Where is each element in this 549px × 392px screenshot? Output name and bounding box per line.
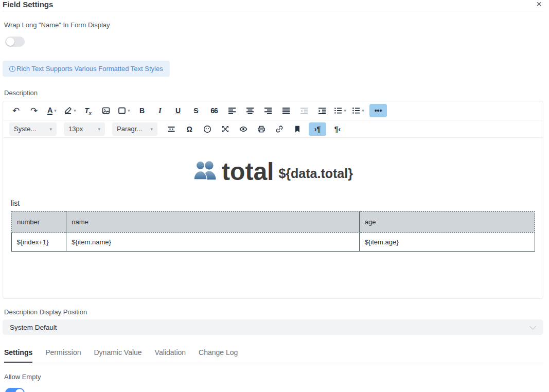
table-header-number[interactable]: number — [11, 211, 66, 233]
highlight-color-button[interactable]: ▾ — [63, 104, 77, 117]
display-position-label: Description Display Position — [4, 308, 543, 316]
table-header-age[interactable]: age — [359, 211, 535, 233]
font-size-value: 13px — [68, 125, 83, 133]
close-icon[interactable]: × — [536, 0, 542, 8]
allow-empty-toggle[interactable] — [5, 388, 25, 392]
font-color-button[interactable]: A▾ — [45, 104, 59, 117]
tab-permission[interactable]: Permission — [45, 348, 81, 363]
table-icon — [118, 106, 126, 115]
print-icon[interactable] — [255, 122, 268, 136]
bookmark-icon[interactable] — [291, 122, 304, 136]
toolbar-row-1: ↶ ↷ A▾ ▾ Tx ▾ B I U S 66 — [3, 101, 543, 120]
wrap-long-name-toggle[interactable] — [5, 37, 25, 47]
heading-word: total — [222, 161, 274, 183]
rich-text-editor: ↶ ↷ A▾ ▾ Tx ▾ B I U S 66 — [3, 101, 543, 299]
italic-icon[interactable]: I — [153, 104, 167, 117]
rtl-paragraph-icon[interactable]: ¶‹ — [331, 122, 344, 136]
table-cell-name[interactable]: ${item.name} — [66, 233, 360, 252]
chevron-down-icon: ▾ — [49, 127, 52, 132]
insert-table-button[interactable]: ▾ — [117, 104, 131, 117]
chevron-down-icon: ▾ — [74, 108, 76, 113]
page-title: Field Settings — [3, 0, 53, 9]
special-character-icon[interactable]: Ω — [183, 122, 196, 136]
list-label: list — [11, 199, 535, 207]
outdent-icon[interactable] — [297, 104, 311, 117]
info-banner-text: Rich Text Supports Various Formatted Tex… — [16, 65, 163, 73]
fullscreen-icon[interactable] — [219, 122, 232, 136]
clear-format-x: x — [89, 111, 92, 116]
table-header-name[interactable]: name — [66, 211, 360, 233]
wrap-long-name-label: Wrap Long "Name" In Form Display — [4, 21, 543, 29]
table-header-row[interactable]: number name age — [11, 211, 535, 233]
redo-icon[interactable]: ↷ — [27, 104, 41, 117]
editor-content-area[interactable]: total ${data.total} list number name age… — [3, 153, 543, 298]
chevron-down-icon: ▾ — [150, 127, 153, 132]
page-break-icon[interactable] — [165, 122, 178, 136]
table-cell-index[interactable]: ${index+1} — [11, 233, 66, 252]
description-label: Description — [4, 89, 543, 97]
ltr-paragraph-icon[interactable]: ›¶ — [309, 122, 326, 136]
info-icon: i — [9, 66, 15, 72]
chevron-down-icon: ▾ — [54, 108, 57, 113]
clear-format-t: T — [84, 106, 89, 115]
blockquote-icon[interactable]: 66 — [207, 104, 221, 117]
undo-icon[interactable]: ↶ — [9, 104, 23, 117]
font-family-value: Syste... — [14, 125, 36, 133]
link-icon[interactable] — [273, 122, 286, 136]
allow-empty-label: Allow Empty — [4, 373, 543, 381]
ordered-list-icon — [334, 106, 342, 115]
more-tools-button[interactable]: ••• — [369, 104, 387, 117]
editor-heading: total ${data.total} — [11, 153, 535, 183]
tab-dynamic-value[interactable]: Dynamic Value — [94, 348, 141, 363]
toolbar-row-2: Syste...▾ 13px▾ Paragr...▾ Ω — [3, 120, 543, 138]
ordered-list-button[interactable]: ▾ — [333, 104, 347, 117]
chevron-down-icon: ▾ — [362, 108, 364, 113]
unordered-list-button[interactable]: ▾ — [351, 104, 365, 117]
unordered-list-icon — [352, 106, 360, 115]
align-center-icon[interactable] — [243, 104, 257, 117]
underline-icon[interactable]: U — [171, 104, 185, 117]
rich-text-info-banner: i Rich Text Supports Various Formatted T… — [3, 61, 170, 77]
chevron-down-icon: ▾ — [128, 108, 130, 113]
chevron-down-icon: ▾ — [98, 127, 100, 132]
align-right-icon[interactable] — [261, 104, 275, 117]
tab-settings[interactable]: Settings — [4, 348, 32, 363]
panel-header: Field Settings × — [3, 0, 543, 11]
align-left-icon[interactable] — [225, 104, 239, 117]
tab-validation[interactable]: Validation — [155, 348, 186, 363]
table-row[interactable]: ${index+1} ${item.name} ${item.age} — [11, 233, 535, 252]
insert-image-icon[interactable] — [99, 104, 113, 117]
display-position-select[interactable]: System Default — [3, 319, 543, 335]
chevron-down-icon: ▾ — [344, 108, 346, 113]
toggle-knob — [15, 389, 24, 392]
heading-variable: ${data.total} — [278, 166, 352, 183]
highlighter-icon — [64, 106, 72, 115]
field-settings-panel: Field Settings × Wrap Long "Name" In For… — [0, 0, 549, 392]
people-icon — [193, 159, 217, 181]
display-position-value: System Default — [10, 324, 57, 331]
font-color-icon: A — [47, 106, 52, 115]
font-family-select[interactable]: Syste...▾ — [9, 122, 57, 136]
strikethrough-icon[interactable]: S — [189, 104, 203, 117]
table-cell-age[interactable]: ${item.age} — [359, 233, 535, 252]
toggle-knob — [6, 38, 14, 46]
settings-tab-bar: Settings Permission Dynamic Value Valida… — [3, 348, 543, 363]
indent-icon[interactable] — [315, 104, 329, 117]
clear-format-icon[interactable]: Tx — [81, 104, 95, 117]
template-table: number name age ${index+1} ${item.name} … — [11, 211, 535, 252]
chevron-down-icon — [529, 323, 536, 330]
tab-change-log[interactable]: Change Log — [199, 348, 238, 363]
font-size-select[interactable]: 13px▾ — [64, 122, 105, 136]
align-justify-icon[interactable] — [279, 104, 293, 117]
emoji-icon[interactable] — [201, 122, 214, 136]
preview-eye-icon[interactable] — [237, 122, 250, 136]
bold-icon[interactable]: B — [135, 104, 149, 117]
paragraph-style-value: Paragr... — [117, 125, 142, 133]
paragraph-style-select[interactable]: Paragr...▾ — [112, 122, 157, 136]
